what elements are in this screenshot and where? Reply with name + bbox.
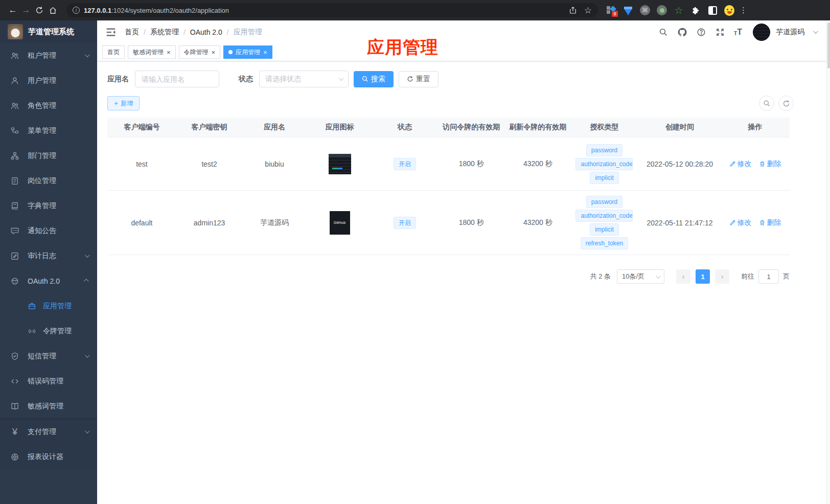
- cell-refresh-validity: 43200 秒: [506, 138, 570, 190]
- bookmark-star-icon[interactable]: ☆: [584, 5, 592, 16]
- window-scrollbar[interactable]: [826, 20, 830, 504]
- sidebar-item-短信管理[interactable]: 短信管理: [0, 343, 97, 369]
- sidebar-item-label: 短信管理: [28, 352, 85, 361]
- breadcrumb-item[interactable]: 系统管理: [150, 28, 179, 37]
- sidebar-menu: 租户管理用户管理角色管理菜单管理部门管理岗位管理字典管理通知公告审计日志OAut…: [0, 43, 97, 504]
- search-icon[interactable]: [658, 27, 668, 37]
- extension-gem-icon[interactable]: [623, 5, 633, 15]
- reload-icon[interactable]: [33, 4, 46, 17]
- token-icon: [28, 327, 36, 335]
- page-size-caret-icon: [656, 273, 661, 279]
- fullscreen-icon[interactable]: [715, 27, 725, 37]
- sidebar-item-角色管理[interactable]: 角色管理: [0, 93, 97, 118]
- page-unit-label: 页: [783, 272, 790, 281]
- share-icon[interactable]: [569, 6, 577, 14]
- goto-page-input[interactable]: [758, 269, 779, 284]
- grant-type-badge: password: [586, 144, 622, 156]
- table-tools: [759, 96, 794, 111]
- cell-app-name: biubiu: [242, 138, 306, 190]
- sidebar-item-应用管理[interactable]: 应用管理: [0, 293, 97, 318]
- sidebar-item-岗位管理[interactable]: 岗位管理: [0, 168, 97, 193]
- sidebar-item-label: 审计日志: [28, 251, 85, 261]
- app-name-input[interactable]: [135, 71, 219, 87]
- edit-button[interactable]: 修改: [729, 159, 752, 169]
- cell-status: 开启: [373, 138, 436, 190]
- tab-close-icon[interactable]: ×: [212, 49, 216, 56]
- sidebar-toggle-icon[interactable]: [105, 27, 117, 38]
- sidebar-item-用户管理[interactable]: 用户管理: [0, 68, 97, 93]
- status-badge: 开启: [394, 158, 416, 170]
- app-logo[interactable]: 芋道管理系统: [0, 20, 97, 43]
- sidebar-item-label: 岗位管理: [28, 176, 90, 186]
- extension-command-icon[interactable]: ⌘: [640, 5, 650, 15]
- user-menu-caret-icon[interactable]: [813, 29, 818, 34]
- column-header: 操作: [721, 118, 790, 137]
- sidebar-item-字典管理[interactable]: 字典管理: [0, 193, 97, 218]
- profile-emoji-icon[interactable]: [724, 5, 734, 15]
- back-icon[interactable]: ←: [6, 4, 19, 17]
- cell-grant-types: passwordauthorization_codeimplicitrefres…: [570, 191, 639, 255]
- delete-button[interactable]: 删除: [759, 218, 781, 227]
- home-icon[interactable]: [46, 4, 59, 17]
- github-icon[interactable]: [677, 27, 687, 37]
- sidebar-item-OAuth 2.0[interactable]: OAuth 2.0: [0, 268, 97, 293]
- log-icon: [10, 251, 20, 261]
- sidebar-item-通知公告[interactable]: 通知公告: [0, 218, 97, 243]
- site-info-icon[interactable]: i: [73, 7, 80, 14]
- cell-created-at: 2022-05-12 00:28:20: [639, 138, 721, 190]
- extensions-puzzle-icon[interactable]: [690, 5, 701, 15]
- address-bar[interactable]: i 127.0.0.1:1024/system/oauth2/oauth2/ap…: [66, 3, 598, 17]
- extension-record-icon[interactable]: [657, 5, 667, 15]
- sidebar-item-错误码管理[interactable]: 错误码管理: [0, 369, 97, 394]
- column-header: 状态: [373, 118, 436, 137]
- sidebar-item-部门管理[interactable]: 部门管理: [0, 143, 97, 168]
- cell-created-at: 2022-05-11 21:47:12: [639, 191, 721, 255]
- table-row: defaultadmin123芋道源码GitHub开启1800 秒43200 秒…: [107, 191, 790, 255]
- edit-button[interactable]: 修改: [729, 218, 752, 227]
- refresh-button[interactable]: [778, 96, 794, 111]
- sidebar-item-支付管理[interactable]: ¥支付管理: [0, 419, 97, 444]
- extension-star-icon[interactable]: ☆: [674, 5, 684, 15]
- sidebar-item-审计日志[interactable]: 审计日志: [0, 243, 97, 268]
- help-icon[interactable]: [696, 27, 706, 37]
- prev-page-button[interactable]: ‹: [676, 269, 690, 284]
- font-size-icon[interactable]: TT: [734, 28, 742, 36]
- forward-icon[interactable]: →: [19, 4, 33, 17]
- next-page-button[interactable]: ›: [715, 269, 729, 284]
- search-button[interactable]: 搜索: [354, 71, 394, 87]
- sidebar-item-租户管理[interactable]: 租户管理: [0, 43, 97, 68]
- split-view-icon[interactable]: [707, 5, 718, 15]
- user-avatar[interactable]: [753, 24, 770, 41]
- hide-search-button[interactable]: [759, 96, 774, 111]
- cell-actions: 修改删除: [721, 191, 790, 255]
- tab-令牌管理[interactable]: 令牌管理×: [179, 45, 221, 59]
- grant-type-badge: authorization_code: [575, 158, 633, 170]
- tab-label: 应用管理: [236, 48, 260, 57]
- sidebar-item-label: 角色管理: [28, 101, 90, 110]
- browser-menu-icon[interactable]: ⋮: [740, 6, 747, 15]
- sidebar-item-报表设计器[interactable]: 报表设计器: [0, 444, 97, 469]
- tab-close-icon[interactable]: ×: [167, 49, 171, 56]
- tab-首页[interactable]: 首页: [102, 45, 125, 59]
- sidebar-item-敏感词管理[interactable]: 敏感词管理: [0, 394, 97, 419]
- cell-status: 开启: [373, 191, 436, 255]
- tree-icon: [10, 126, 20, 136]
- status-badge: 开启: [394, 217, 416, 229]
- page-size-select[interactable]: 10条/页: [617, 269, 664, 284]
- breadcrumb-item[interactable]: OAuth 2.0: [190, 28, 222, 36]
- sidebar-item-菜单管理[interactable]: 菜单管理: [0, 118, 97, 143]
- extension-grid-icon[interactable]: 9: [606, 5, 616, 15]
- delete-button[interactable]: 删除: [759, 159, 781, 169]
- reset-button[interactable]: 重置: [399, 71, 439, 87]
- sidebar-item-令牌管理[interactable]: 令牌管理: [0, 318, 97, 343]
- tab-应用管理[interactable]: 应用管理×: [223, 45, 272, 59]
- tab-close-icon[interactable]: ×: [263, 49, 267, 56]
- current-page-button[interactable]: 1: [696, 269, 710, 284]
- tab-敏感词管理[interactable]: 敏感词管理×: [128, 45, 176, 59]
- tab-bar: 首页敏感词管理×令牌管理×应用管理×: [97, 43, 830, 61]
- add-button[interactable]: + 新增: [107, 96, 140, 110]
- shield-icon: [10, 351, 20, 361]
- status-select[interactable]: 请选择状态: [259, 71, 349, 87]
- breadcrumb-item[interactable]: 首页: [125, 28, 139, 37]
- grant-type-badge: implicit: [590, 223, 619, 236]
